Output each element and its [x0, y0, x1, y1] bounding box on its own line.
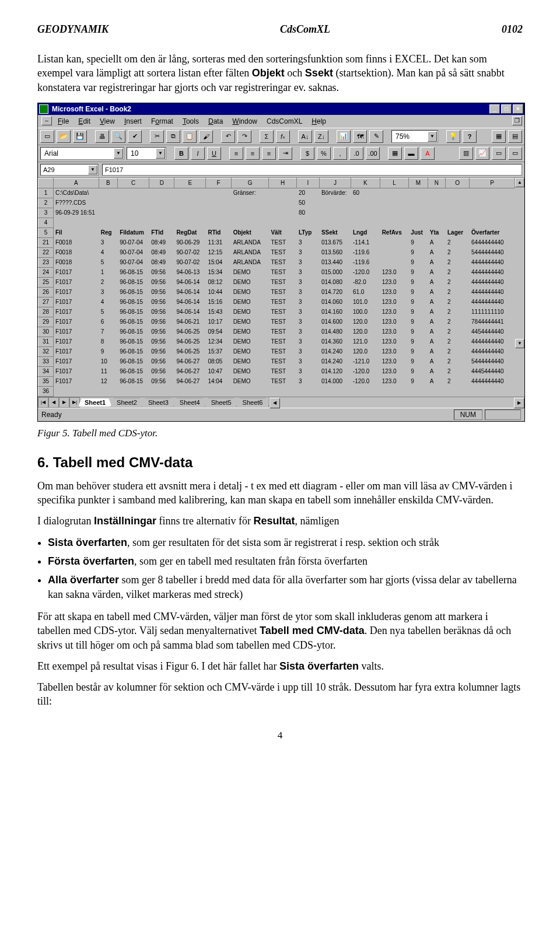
tab-sheet2[interactable]: Sheet2 [110, 398, 144, 407]
tab-nav-next[interactable]: ▶ [59, 397, 69, 408]
tab-nav-last[interactable]: ▶| [69, 397, 80, 408]
menu-file[interactable]: File [54, 116, 75, 127]
formula-input[interactable]: F1017 [102, 164, 522, 176]
align-left-icon[interactable]: ≡ [229, 147, 243, 160]
menu-format[interactable]: Format [148, 116, 179, 127]
table-row[interactable]: 31F1017896-08-1509:5694-06-2512:34DEMOTE… [38, 337, 515, 346]
scroll-left-icon[interactable]: ◀ [270, 398, 280, 408]
bold-button[interactable]: B [174, 147, 188, 160]
table-row[interactable]: 33F10171096-08-1509:5694-06-2708:05DEMOT… [38, 356, 515, 366]
close-button[interactable]: × [513, 104, 523, 114]
tab-nav-first[interactable]: |◀ [38, 397, 48, 408]
table-row[interactable]: 36 [38, 386, 515, 396]
format-painter-icon[interactable]: 🖌 [199, 130, 213, 143]
table-row[interactable]: 25F1017296-08-1509:5694-06-1408:12DEMOTE… [38, 277, 515, 287]
table-row[interactable]: 22F0018490-07-0408:4990-07-0212:15ARLAND… [38, 247, 515, 257]
percent-icon[interactable]: % [317, 147, 331, 160]
italic-button[interactable]: I [191, 147, 205, 160]
help-icon[interactable]: ? [463, 130, 477, 143]
table-row[interactable]: 27F1017496-08-1509:5694-06-1415:16DEMOTE… [38, 297, 515, 307]
sort-desc-icon[interactable]: Z↓ [314, 130, 328, 143]
align-right-icon[interactable]: ≡ [262, 147, 276, 160]
tip-wizard-icon[interactable]: 💡 [446, 130, 460, 143]
vertical-scrollbar[interactable]: ▲ ▼ [515, 178, 524, 397]
paste-icon[interactable]: 📋 [183, 130, 197, 143]
table-row[interactable]: 30F1017796-08-1509:5694-06-2509:54DEMOTE… [38, 327, 515, 337]
table-row[interactable]: 32F1017996-08-1509:5694-06-2515:37DEMOTE… [38, 346, 515, 356]
tab-sheet1[interactable]: Sheet1 [78, 398, 112, 407]
tab-nav-prev[interactable]: ◀ [48, 397, 59, 408]
table-row[interactable]: 34F10171196-08-1509:5694-06-2710:47DEMOT… [38, 366, 515, 376]
column-headers[interactable]: AB CD EF GH IJ KL MN OP [38, 178, 515, 188]
menu-cdscomxl[interactable]: CdsComXL [263, 116, 308, 127]
currency-icon[interactable]: $ [300, 147, 314, 160]
drawing-icon[interactable]: ✎ [369, 130, 383, 143]
custom-icon-1[interactable]: ▦ [492, 130, 506, 143]
table-row[interactable]: 4 [38, 218, 515, 227]
redo-icon[interactable]: ↷ [237, 130, 251, 143]
sort-asc-icon[interactable]: A↓ [298, 130, 312, 143]
mdi-control-icon[interactable]: – [41, 116, 52, 125]
menu-tools[interactable]: Tools [179, 116, 205, 127]
menu-data[interactable]: Data [205, 116, 229, 127]
cut-icon[interactable]: ✂ [150, 130, 164, 143]
table-row[interactable]: 29F1017696-08-1509:5694-06-2110:17DEMOTE… [38, 317, 515, 327]
font-combo[interactable]: Arial ▼ [40, 147, 124, 160]
fontsize-combo[interactable]: 10 ▼ [127, 147, 166, 160]
custom-chart-icon-1[interactable]: ▥ [459, 147, 473, 160]
custom-icon-2[interactable]: ▤ [508, 130, 522, 143]
merge-center-icon[interactable]: ⇥ [278, 147, 292, 160]
zoom-combo[interactable]: 75% ▼ [391, 130, 438, 143]
table-row[interactable]: 1C:\Cds\Data\Gränser:20Börvärde:60 [38, 188, 515, 198]
decrease-decimal-icon[interactable]: .00 [366, 147, 380, 160]
copy-icon[interactable]: ⧉ [166, 130, 180, 143]
tab-sheet3[interactable]: Sheet3 [142, 398, 175, 407]
menu-insert[interactable]: Insert [121, 116, 148, 127]
font-color-icon[interactable]: A [421, 147, 435, 160]
print-icon[interactable]: 🖶 [95, 130, 109, 143]
borders-icon[interactable]: ▦ [388, 147, 402, 160]
scroll-down-icon[interactable]: ▼ [515, 339, 524, 348]
table-row[interactable]: 2F????.CDS50 [38, 198, 515, 208]
custom-chart-icon-3[interactable]: ▭ [492, 147, 506, 160]
preview-icon[interactable]: 🔍 [111, 130, 125, 143]
mdi-restore-button[interactable]: ❐ [512, 116, 522, 125]
underline-button[interactable]: U [207, 147, 221, 160]
fill-color-icon[interactable]: ▬ [404, 147, 418, 160]
map-icon[interactable]: 🗺 [353, 130, 367, 143]
table-row[interactable]: 21F0018390-07-0408:4990-06-2911:31ARLAND… [38, 237, 515, 247]
table-row[interactable]: 28F1017596-08-1509:5694-06-1415:43DEMOTE… [38, 307, 515, 317]
name-box[interactable]: A29 ▼ [40, 164, 99, 176]
undo-icon[interactable]: ↶ [221, 130, 235, 143]
spellcheck-icon[interactable]: ✔ [128, 130, 142, 143]
align-center-icon[interactable]: ≡ [246, 147, 260, 160]
new-icon[interactable]: ▭ [40, 130, 54, 143]
tab-sheet5[interactable]: Sheet5 [205, 398, 238, 407]
table-row[interactable]: 23F0018590-07-0408:4990-07-0215:04ARLAND… [38, 257, 515, 267]
tab-sheet6[interactable]: Sheet6 [236, 398, 270, 407]
menu-edit[interactable]: Edit [75, 116, 96, 127]
autosum-icon[interactable]: Σ [260, 130, 274, 143]
spreadsheet-grid[interactable]: AB CD EF GH IJ KL MN OP 1C:\Cds\Data\Grä… [38, 178, 515, 397]
menu-view[interactable]: View [96, 116, 121, 127]
increase-decimal-icon[interactable]: .0 [349, 147, 363, 160]
chart-wizard-icon[interactable]: 📊 [337, 130, 351, 143]
function-icon[interactable]: fₓ [276, 130, 290, 143]
save-icon[interactable]: 💾 [73, 130, 87, 143]
custom-chart-icon-4[interactable]: ▭ [508, 147, 522, 160]
open-icon[interactable]: 📂 [57, 130, 71, 143]
horizontal-scrollbar[interactable]: ◀ ▶ [269, 398, 524, 407]
comma-icon[interactable]: , [333, 147, 347, 160]
custom-chart-icon-2[interactable]: 📈 [475, 147, 489, 160]
table-row[interactable]: 396-09-29 16:5180 [38, 208, 515, 218]
tab-sheet4[interactable]: Sheet4 [173, 398, 206, 407]
table-row[interactable]: 35F10171296-08-1509:5694-06-2714:04DEMOT… [38, 376, 515, 386]
menu-help[interactable]: Help [308, 116, 332, 127]
scroll-up-icon[interactable]: ▲ [515, 178, 524, 187]
scroll-right-icon[interactable]: ▶ [514, 398, 524, 408]
table-row[interactable]: 5FilRegFildatumFTidRegDatRTidObjektVältL… [38, 227, 515, 237]
table-row[interactable]: 26F1017396-08-1509:5694-06-1410:44DEMOTE… [38, 287, 515, 297]
menu-window[interactable]: Window [229, 116, 263, 127]
table-row[interactable]: 24F1017196-08-1509:5694-06-1315:34DEMOTE… [38, 267, 515, 277]
maximize-button[interactable]: □ [501, 104, 512, 114]
